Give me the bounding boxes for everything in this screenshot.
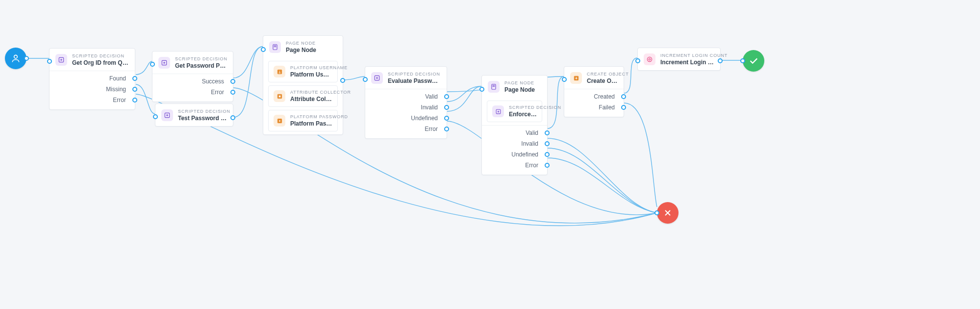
node-title: Get Password Policy fro... — [175, 62, 227, 69]
outcome-valid[interactable]: Valid — [365, 91, 447, 102]
page-node-icon — [269, 41, 281, 53]
node-type-label: PAGE NODE — [504, 80, 535, 85]
svg-point-13 — [278, 120, 280, 121]
node-page-node-1[interactable]: PAGE NODE Page Node PLATFORM USERNAME Pl… — [263, 35, 343, 135]
node-title: Page Node — [286, 47, 316, 53]
node-title: Increment Login Count — [660, 59, 714, 66]
svg-point-21 — [649, 58, 651, 60]
in-port[interactable] — [47, 59, 52, 64]
node-type-label: SCRIPTED DECISION — [178, 109, 227, 114]
svg-rect-14 — [375, 76, 379, 80]
out-port[interactable] — [718, 58, 723, 63]
svg-rect-3 — [162, 60, 166, 65]
in-port[interactable] — [153, 114, 158, 119]
outcome-failed[interactable]: Failed — [564, 102, 624, 113]
outcome-missing[interactable]: Missing — [50, 84, 135, 95]
username-icon — [274, 66, 285, 77]
in-port[interactable] — [363, 77, 368, 82]
node-title: Evaluate Password Policy — [388, 77, 441, 84]
increment-icon — [644, 53, 655, 65]
fail-node[interactable] — [657, 202, 678, 224]
in-port[interactable] — [479, 87, 484, 92]
scripted-decision-icon — [158, 57, 170, 69]
outcome-found[interactable]: Found — [50, 73, 135, 84]
node-type-label: SCRIPTED DECISION — [175, 56, 227, 61]
node-page-node-2[interactable]: PAGE NODE Page Node SCRIPTED DECISION En… — [481, 75, 548, 175]
outcome-undefined[interactable]: Undefined — [365, 113, 447, 124]
svg-rect-11 — [278, 95, 280, 97]
start-node[interactable] — [5, 48, 26, 69]
node-type-label: INCREMENT LOGIN COUNT — [660, 53, 714, 58]
svg-point-18 — [498, 111, 499, 112]
node-get-password-policy[interactable]: SCRIPTED DECISION Get Password Policy fr… — [152, 51, 233, 102]
svg-point-9 — [279, 71, 280, 72]
outcome-invalid[interactable]: Invalid — [365, 102, 447, 113]
svg-rect-5 — [165, 113, 169, 117]
svg-point-2 — [61, 59, 62, 60]
scripted-decision-icon — [161, 109, 173, 121]
svg-rect-1 — [59, 57, 63, 62]
node-increment-login-count[interactable]: INCREMENT LOGIN COUNT Increment Login Co… — [637, 48, 721, 71]
node-type-label: SCRIPTED DECISION — [72, 53, 129, 58]
start-out-port[interactable] — [24, 56, 29, 61]
out-port[interactable] — [340, 78, 345, 83]
collector-icon — [274, 90, 285, 102]
scripted-decision-icon — [371, 72, 383, 84]
node-test-password-policy[interactable]: SCRIPTED DECISION Test Password Policy — [155, 103, 233, 127]
close-icon — [663, 208, 673, 218]
fail-in-port[interactable] — [654, 210, 659, 215]
subitem-platform-username[interactable]: PLATFORM USERNAME Platform Username — [268, 61, 338, 82]
outcome-error[interactable]: Error — [482, 160, 547, 171]
subitem-attribute-collector[interactable]: ATTRIBUTE COLLECTOR Attribute Collector — [268, 85, 338, 107]
subitem-enforce-password-policy[interactable]: SCRIPTED DECISION Enforce Password Po... — [487, 101, 542, 122]
node-type-label: CREATE OBJECT — [587, 72, 618, 77]
svg-point-20 — [647, 57, 652, 61]
in-port[interactable] — [635, 58, 640, 63]
outcome-error[interactable]: Error — [50, 95, 135, 105]
svg-rect-17 — [496, 109, 501, 114]
scripted-decision-icon — [492, 105, 504, 117]
node-type-label: SCRIPTED DECISION — [388, 72, 441, 77]
page-node-icon — [488, 81, 500, 93]
svg-point-6 — [167, 115, 168, 116]
out-port[interactable] — [230, 115, 235, 120]
node-title: Test Password Policy — [178, 115, 227, 122]
success-node[interactable] — [743, 50, 764, 72]
in-port[interactable] — [562, 77, 567, 82]
node-evaluate-password-policy[interactable]: SCRIPTED DECISION Evaluate Password Poli… — [365, 66, 447, 139]
svg-point-4 — [164, 62, 165, 63]
outcome-undefined[interactable]: Undefined — [482, 149, 547, 160]
outcome-success[interactable]: Success — [152, 76, 233, 87]
svg-point-15 — [377, 77, 377, 78]
scripted-decision-icon — [55, 54, 67, 66]
node-type-label: PAGE NODE — [286, 41, 316, 46]
in-port[interactable] — [150, 62, 155, 67]
outcome-created[interactable]: Created — [564, 91, 624, 102]
node-title: Create Object — [587, 77, 618, 84]
node-title: Page Node — [504, 86, 535, 93]
outcome-error[interactable]: Error — [365, 124, 447, 134]
node-title: Get Org ID from Query ... — [72, 59, 129, 66]
subitem-platform-password[interactable]: PLATFORM PASSWORD Platform Password — [268, 110, 338, 131]
in-port[interactable] — [261, 47, 266, 52]
outcome-error[interactable]: Error — [152, 87, 233, 98]
user-icon — [11, 53, 21, 63]
password-icon — [274, 115, 285, 127]
outcome-valid[interactable]: Valid — [482, 128, 547, 138]
success-in-port[interactable] — [740, 58, 745, 63]
check-icon — [748, 55, 759, 66]
outcome-invalid[interactable]: Invalid — [482, 138, 547, 149]
node-get-org-id[interactable]: SCRIPTED DECISION Get Org ID from Query … — [49, 48, 135, 110]
node-create-object[interactable]: CREATE OBJECT Create Object Created Fail… — [564, 66, 624, 117]
svg-point-0 — [14, 55, 18, 58]
create-object-icon — [570, 72, 582, 84]
